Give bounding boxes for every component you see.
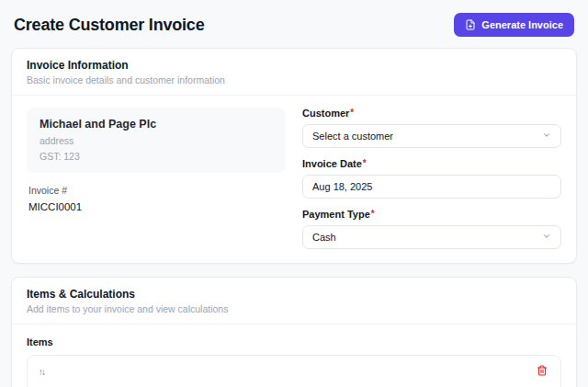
customer-select[interactable]: Select a customer [302, 124, 561, 148]
invoice-date-input[interactable] [302, 175, 561, 199]
invoice-date-label: Invoice Date* [302, 158, 561, 169]
invoice-date-label-text: Invoice Date [302, 158, 362, 169]
items-section-label: Items [27, 336, 561, 347]
invoice-information-header: Invoice Information Basic invoice detail… [12, 49, 576, 96]
company-address: address [40, 135, 273, 146]
items-calculations-body: Items ↑↓ [12, 324, 576, 387]
sort-arrows-icon[interactable]: ↑↓ [37, 367, 44, 377]
page-title: Create Customer Invoice [14, 16, 204, 35]
customer-field: Customer* Select a customer [302, 108, 561, 148]
customer-label: Customer* [302, 108, 561, 119]
required-asterisk: * [350, 108, 354, 118]
invoice-information-card: Invoice Information Basic invoice detail… [11, 48, 577, 264]
payment-type-select[interactable]: Cash [302, 225, 561, 249]
company-gst: GST: 123 [40, 151, 273, 162]
payment-type-select-value: Cash [312, 232, 336, 243]
customer-select-value: Select a customer [312, 131, 393, 142]
invoice-information-title: Invoice Information [27, 59, 561, 72]
company-name: Michael and Page Plc [40, 118, 273, 131]
item-row: ↑↓ [27, 355, 561, 387]
create-invoice-page: Create Customer Invoice Generate Invoice… [0, 0, 588, 387]
file-plus-icon [465, 19, 476, 30]
delete-item-button[interactable] [535, 363, 549, 381]
invoice-information-subtitle: Basic invoice details and customer infor… [27, 74, 561, 85]
page-header: Create Customer Invoice Generate Invoice [11, 11, 577, 37]
invoice-fields-column: Customer* Select a customer Invoice Date… [302, 108, 561, 249]
customer-label-text: Customer [302, 108, 349, 119]
invoice-number-value: MICCI0001 [28, 201, 286, 212]
trash-icon [537, 365, 548, 379]
payment-type-label-text: Payment Type [302, 209, 370, 220]
invoice-number-block: Invoice # MICCI0001 [27, 185, 286, 212]
required-asterisk: * [363, 158, 367, 168]
chevron-down-icon [542, 232, 551, 243]
invoice-number-label: Invoice # [28, 185, 286, 196]
payment-type-field: Payment Type* Cash [302, 209, 561, 249]
items-calculations-header: Items & Calculations Add items to your i… [12, 278, 576, 324]
items-calculations-subtitle: Add items to your invoice and view calcu… [27, 303, 561, 314]
company-column: Michael and Page Plc address GST: 123 In… [27, 108, 286, 249]
generate-invoice-label: Generate Invoice [481, 19, 563, 30]
items-calculations-title: Items & Calculations [27, 288, 561, 301]
generate-invoice-button[interactable]: Generate Invoice [454, 13, 574, 37]
items-calculations-card: Items & Calculations Add items to your i… [11, 277, 577, 387]
invoice-information-body: Michael and Page Plc address GST: 123 In… [12, 96, 576, 263]
required-asterisk: * [371, 209, 375, 219]
payment-type-label: Payment Type* [302, 209, 561, 220]
invoice-date-field: Invoice Date* [302, 158, 561, 199]
chevron-down-icon [542, 131, 551, 142]
company-summary-box: Michael and Page Plc address GST: 123 [27, 108, 286, 173]
